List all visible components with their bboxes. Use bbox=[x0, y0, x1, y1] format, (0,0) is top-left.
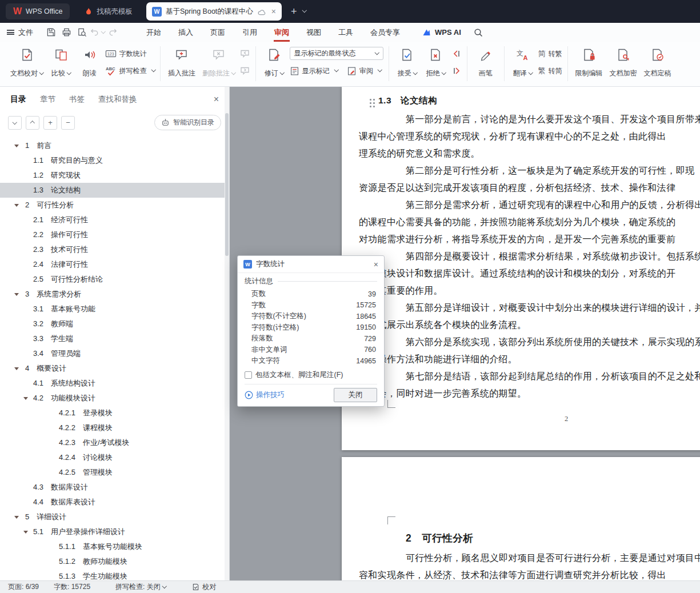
toc-item[interactable]: 2.5 可行性分析结论 bbox=[0, 272, 229, 287]
word-count-button[interactable]: 123 字数统计 bbox=[105, 47, 155, 61]
toc-item[interactable]: 1.1 研究目的与意义 bbox=[0, 153, 229, 168]
tab-insert[interactable]: 插入 bbox=[170, 23, 202, 42]
scrollbar-thumb[interactable] bbox=[225, 113, 229, 256]
expand-arrow-icon[interactable] bbox=[14, 145, 19, 147]
print-button[interactable] bbox=[59, 26, 74, 39]
close-tab-icon[interactable]: × bbox=[271, 7, 276, 16]
toc-item[interactable]: 3.4 管理员端 bbox=[0, 346, 229, 361]
markup-state-select[interactable]: 显示标记的最终状态 bbox=[290, 47, 383, 60]
delete-comment-button[interactable]: 删除批注 bbox=[199, 45, 239, 81]
next-change-button[interactable] bbox=[451, 64, 462, 78]
tab-member[interactable]: 会员专享 bbox=[362, 23, 409, 42]
toc-item[interactable]: 3.1 基本账号功能 bbox=[0, 302, 229, 316]
review-mode-button[interactable]: 审阅 bbox=[347, 64, 382, 78]
dialog-titlebar[interactable]: W 字数统计 × bbox=[238, 256, 384, 273]
toc-item[interactable]: 5 详细设计 bbox=[0, 510, 229, 524]
tab-reference[interactable]: 引用 bbox=[234, 23, 266, 42]
tab-review[interactable]: 审阅 bbox=[266, 23, 298, 42]
wps-ai-button[interactable]: WPS AI bbox=[422, 28, 461, 37]
next-comment-button[interactable] bbox=[240, 64, 250, 78]
to-traditional-button[interactable]: 简 转繁 bbox=[538, 47, 562, 61]
page-indicator[interactable]: 页面: 6/39 bbox=[8, 582, 39, 592]
toc-item[interactable]: 4.2.5 管理模块 bbox=[0, 465, 229, 480]
tab-tools[interactable]: 工具 bbox=[330, 23, 362, 42]
toc-item[interactable]: 4.2.1 登录模块 bbox=[0, 406, 229, 420]
close-sidebar-icon[interactable]: × bbox=[214, 94, 219, 105]
toc-item[interactable]: 1.2 研究现状 bbox=[0, 168, 229, 183]
checkbox-icon[interactable] bbox=[245, 371, 252, 379]
tab-view[interactable]: 视图 bbox=[298, 23, 330, 42]
new-tab-button[interactable]: + bbox=[291, 6, 297, 17]
expand-arrow-icon[interactable] bbox=[23, 531, 28, 534]
toc-item[interactable]: 4.1 系统结构设计 bbox=[0, 376, 229, 391]
tips-link[interactable]: 操作技巧 bbox=[245, 390, 285, 400]
toc-item-selected[interactable]: 1.3 论文结构 bbox=[0, 183, 229, 198]
collapse-heading-button[interactable] bbox=[8, 116, 22, 130]
to-simplified-button[interactable]: 繁 转简 bbox=[538, 64, 562, 78]
toc-item[interactable]: 2.2 操作可行性 bbox=[0, 227, 229, 242]
close-dialog-icon[interactable]: × bbox=[374, 260, 378, 269]
toc-item[interactable]: 3.2 教师端 bbox=[0, 316, 229, 331]
toc-item[interactable]: 4.4 数据库表设计 bbox=[0, 495, 229, 510]
tab-bookmarks[interactable]: 书签 bbox=[69, 94, 85, 105]
toc-item[interactable]: 4.2.2 课程模块 bbox=[0, 420, 229, 435]
show-markup-button[interactable]: 显示标记 bbox=[290, 64, 338, 78]
compare-button[interactable]: 比较 bbox=[47, 45, 75, 81]
toc-item[interactable]: 5.1.2 教师功能模块 bbox=[0, 554, 229, 569]
document-page-2[interactable]: 1.3 论文结构 第一部分是前言，讨论的是为什么要开发这个项目、开发这个项目所带… bbox=[342, 87, 700, 450]
encrypt-button[interactable]: 文档加密 bbox=[606, 45, 641, 81]
expand-heading-button[interactable] bbox=[26, 116, 39, 130]
toc-item[interactable]: 4.3 数据库设计 bbox=[0, 480, 229, 495]
track-changes-button[interactable]: 修订 bbox=[260, 45, 289, 81]
tabs-dropdown-icon[interactable] bbox=[302, 8, 306, 13]
toc-item[interactable]: 4.2 功能模块设计 bbox=[0, 391, 229, 406]
accept-button[interactable]: 接受 bbox=[393, 45, 422, 81]
expand-all-button[interactable]: + bbox=[43, 116, 57, 130]
toc-item[interactable]: 2.1 经济可行性 bbox=[0, 213, 229, 227]
sidebar-scrollbar[interactable] bbox=[225, 87, 229, 580]
close-dialog-button[interactable]: 关闭 bbox=[334, 388, 377, 402]
toc-item[interactable]: 5.1.1 基本账号功能模块 bbox=[0, 539, 229, 554]
reject-button[interactable]: 拒绝 bbox=[422, 45, 450, 81]
save-button[interactable] bbox=[43, 26, 59, 39]
expand-arrow-icon[interactable] bbox=[14, 293, 19, 296]
toc-item[interactable]: 3 系统需求分析 bbox=[0, 287, 229, 302]
tab-page[interactable]: 页面 bbox=[202, 23, 234, 42]
toc-item[interactable]: 4.2.3 作业/考试模块 bbox=[0, 435, 229, 450]
toc-item[interactable]: 2.3 技术可行性 bbox=[0, 242, 229, 257]
document-page-3[interactable]: 2 可行性分析 可行性分析，顾名思义即对项目是否可行进行分析，主要是通过对项目中… bbox=[342, 457, 700, 580]
tab-start[interactable]: 开始 bbox=[138, 23, 170, 42]
restrict-editing-button[interactable]: 限制编辑 bbox=[572, 45, 606, 81]
spell-check-button[interactable]: ABC 拼写检查 bbox=[105, 64, 155, 78]
proofing-button[interactable]: 校对 bbox=[192, 582, 216, 592]
read-aloud-button[interactable]: 朗读 bbox=[75, 45, 104, 81]
wps-home-button[interactable]: W WPS Office bbox=[6, 3, 70, 19]
expand-arrow-icon[interactable] bbox=[14, 516, 19, 519]
prev-change-button[interactable] bbox=[451, 47, 462, 61]
file-menu[interactable]: 文件 bbox=[7, 27, 33, 38]
expand-arrow-icon[interactable] bbox=[23, 397, 28, 400]
toc-item[interactable]: 1 前言 bbox=[0, 138, 229, 153]
insert-comment-button[interactable]: 插入批注 bbox=[165, 45, 199, 81]
spell-check-toggle[interactable]: 拼写检查: 关闭 bbox=[115, 582, 166, 592]
print-preview-button[interactable] bbox=[74, 26, 90, 39]
collapse-all-button[interactable]: − bbox=[61, 116, 75, 130]
expand-arrow-icon[interactable] bbox=[14, 367, 19, 370]
doc-proofing-button[interactable]: 文档校对 bbox=[7, 45, 47, 81]
translate-button[interactable]: 文A 翻译 bbox=[509, 45, 537, 81]
smart-toc-button[interactable]: 智能识别目录 bbox=[154, 115, 221, 130]
word-count-indicator[interactable]: 字数: 15725 bbox=[54, 582, 90, 592]
search-button[interactable] bbox=[474, 28, 483, 37]
toc-item[interactable]: 3.3 学生端 bbox=[0, 331, 229, 346]
toc-item[interactable]: 4 概要设计 bbox=[0, 361, 229, 376]
finalize-button[interactable]: 文档定稿 bbox=[641, 45, 675, 81]
toc-item[interactable]: 2.4 法律可行性 bbox=[0, 257, 229, 272]
tab-template-store[interactable]: 找稿壳模板 bbox=[75, 0, 142, 23]
toc-item[interactable]: 2 可行性分析 bbox=[0, 198, 229, 213]
redo-button[interactable] bbox=[105, 26, 121, 39]
tab-chapters[interactable]: 章节 bbox=[40, 94, 55, 105]
ink-pen-button[interactable]: 画笔 bbox=[471, 45, 500, 81]
toc-item[interactable]: 4.2.4 讨论模块 bbox=[0, 450, 229, 465]
prev-comment-button[interactable] bbox=[240, 47, 250, 61]
include-textbox-checkbox[interactable]: 包括文本框、脚注和尾注(F) bbox=[245, 370, 377, 380]
